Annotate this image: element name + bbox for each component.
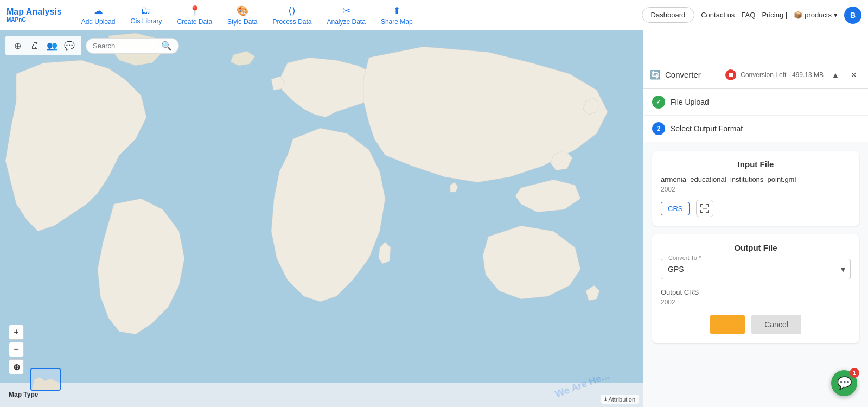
zoom-in-button[interactable]: + <box>9 325 24 340</box>
print-tool-button[interactable]: 🖨 <box>27 38 42 53</box>
crs-row: CRS <box>661 200 851 217</box>
compass-button[interactable]: ⊕ <box>9 359 24 374</box>
svg-rect-9 <box>708 210 709 213</box>
panel-header-buttons: ▲ ✕ <box>828 67 861 82</box>
contact-link[interactable]: Contact us <box>701 11 735 19</box>
products-button[interactable]: 📦 products ▾ <box>794 11 838 19</box>
share-map-icon: ⬆ <box>393 5 401 17</box>
chat-button[interactable]: 💬 1 <box>831 370 857 396</box>
user-avatar[interactable]: B <box>844 7 861 24</box>
map-toolbar: ⊕ 🖨 👥 💬 🔍 <box>0 36 643 55</box>
step-1-label: File Upload <box>671 98 709 106</box>
nav-create-data[interactable]: 📍 Create Data <box>170 3 219 28</box>
convert-button[interactable] <box>710 315 745 334</box>
file-name-text: armenia_educational_institutions_point.g… <box>661 175 851 183</box>
analyze-data-label: Analyze Data <box>327 18 366 26</box>
scan-icon <box>700 204 710 213</box>
conversion-left-text: Conversion Left - 499.13 MB <box>741 71 824 79</box>
style-data-icon: 🎨 <box>237 5 248 17</box>
convert-to-select[interactable]: GPS <box>661 259 851 279</box>
gis-library-icon: 🗂 <box>141 5 151 16</box>
crs-button[interactable]: CRS <box>661 202 690 215</box>
nav-process-data[interactable]: ⟨⟩ Process Data <box>266 3 318 28</box>
products-icon: 📦 <box>794 11 802 19</box>
output-file-card: Output File Convert To * GPS ▾ Output CR… <box>652 234 859 343</box>
main-area: ⊕ 🖨 👥 💬 🔍 + − ⊕ Map Type <box>0 30 868 407</box>
brand: Map Analysis MAPnG <box>7 7 62 23</box>
faq-link[interactable]: FAQ <box>741 11 755 19</box>
action-buttons: Cancel <box>661 315 851 334</box>
map-controls: + − ⊕ <box>9 325 24 374</box>
step-2-label: Select Output Format <box>671 124 743 133</box>
output-crs-value: 2002 <box>661 298 851 306</box>
navbar: Map Analysis MAPnG ☁ Add Upload 🗂 Gis Li… <box>0 0 868 30</box>
comment-tool-button[interactable]: 💬 <box>62 38 77 53</box>
panel-header: 🔄 Converter Conversion Left - 499.13 MB … <box>643 61 868 89</box>
svg-rect-5 <box>708 204 709 207</box>
stop-icon <box>729 73 733 77</box>
process-data-icon: ⟨⟩ <box>288 5 296 17</box>
products-chevron-icon: ▾ <box>834 11 838 19</box>
panel-content: Input File armenia_educational_instituti… <box>643 142 868 407</box>
process-data-label: Process Data <box>272 18 311 26</box>
search-icon: 🔍 <box>161 41 172 51</box>
input-file-title: Input File <box>661 160 851 169</box>
group-tool-button[interactable]: 👥 <box>44 38 60 53</box>
style-data-label: Style Data <box>227 18 257 26</box>
step-2-select-output: 2 Select Output Format <box>643 116 868 142</box>
add-upload-icon: ☁ <box>93 5 103 17</box>
converter-sync-icon: 🔄 <box>650 69 661 80</box>
chat-badge: 1 <box>850 368 859 378</box>
crosshair-tool-button[interactable]: ⊕ <box>10 38 25 53</box>
nav-add-upload[interactable]: ☁ Add Upload <box>75 3 122 28</box>
create-data-icon: 📍 <box>189 5 201 17</box>
gis-library-label: Gis Library <box>130 17 162 25</box>
map-tool-group: ⊕ 🖨 👥 💬 <box>5 36 81 55</box>
file-crs-text: 2002 <box>661 186 851 193</box>
output-file-title: Output File <box>661 243 851 252</box>
map-background: ⊕ 🖨 👥 💬 🔍 + − ⊕ Map Type <box>0 30 643 407</box>
nav-gis-library[interactable]: 🗂 Gis Library <box>124 3 168 27</box>
navbar-right: Dashboard Contact us FAQ Pricing | 📦 pro… <box>642 7 861 24</box>
zoom-out-button[interactable]: − <box>9 342 24 357</box>
attribution-icon: ℹ <box>604 396 607 403</box>
products-label: products <box>805 11 832 19</box>
steps-container: ✓ File Upload 2 Select Output Format <box>643 89 868 142</box>
attribution-text: Attribution <box>608 396 635 403</box>
step-2-badge: 2 <box>652 122 665 135</box>
svg-rect-3 <box>700 204 701 207</box>
map-type-thumbnail[interactable] <box>30 368 61 391</box>
nav-share-map[interactable]: ⬆ Share Map <box>374 3 419 28</box>
map-type-label: Map Type <box>9 391 38 398</box>
convert-to-label: Convert To * <box>666 255 703 261</box>
output-crs-label: Output CRS <box>661 288 851 296</box>
attribution-bar: ℹ Attribution <box>601 395 639 404</box>
cancel-button[interactable]: Cancel <box>751 315 801 334</box>
world-map-svg <box>0 30 643 407</box>
nav-style-data[interactable]: 🎨 Style Data <box>221 3 264 28</box>
pricing-link[interactable]: Pricing | <box>762 11 787 19</box>
svg-rect-7 <box>700 210 701 213</box>
nav-analyze-data[interactable]: ✂ Analyze Data <box>321 3 372 28</box>
panel-title: Converter <box>665 70 721 79</box>
analyze-data-icon: ✂ <box>342 5 350 17</box>
dashboard-button[interactable]: Dashboard <box>642 7 695 23</box>
svg-rect-10 <box>703 208 707 209</box>
brand-sub: MAPnG <box>7 17 26 23</box>
close-button[interactable]: ✕ <box>846 67 861 82</box>
scan-icon-button[interactable] <box>696 200 713 217</box>
convert-to-wrapper: Convert To * GPS ▾ <box>661 259 851 279</box>
step-1-file-upload: ✓ File Upload <box>643 89 868 116</box>
brand-title: Map Analysis <box>7 7 62 17</box>
search-input[interactable] <box>93 42 158 50</box>
right-panel: 🔄 Converter Conversion Left - 499.13 MB … <box>643 61 868 407</box>
map-search-wrapper: 🔍 <box>86 38 179 54</box>
minimize-button[interactable]: ▲ <box>828 67 843 82</box>
share-map-label: Share Map <box>381 18 413 26</box>
nav-items: ☁ Add Upload 🗂 Gis Library 📍 Create Data… <box>75 3 642 28</box>
add-upload-label: Add Upload <box>81 18 116 26</box>
create-data-label: Create Data <box>177 18 212 26</box>
stop-button[interactable] <box>725 69 736 80</box>
step-1-badge: ✓ <box>652 96 665 109</box>
map-container: ⊕ 🖨 👥 💬 🔍 + − ⊕ Map Type <box>0 30 643 407</box>
